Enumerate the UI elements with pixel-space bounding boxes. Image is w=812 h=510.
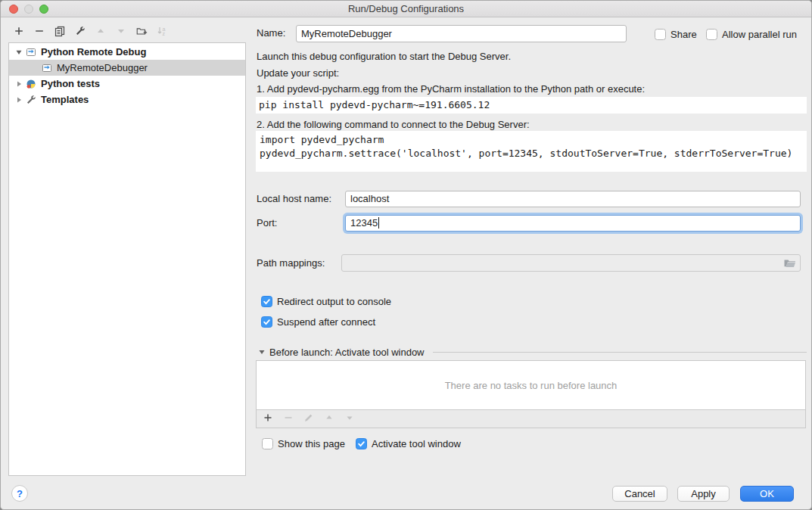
name-label: Name: [257,25,285,42]
instruction-step2: 2. Add the following command to connect … [257,119,530,130]
tree-item-label: Templates [41,94,89,105]
path-mappings-input[interactable] [341,254,801,272]
code-line-1: import pydevd_pycharm [260,133,803,147]
remote-debug-icon [41,62,53,74]
before-launch-task-list[interactable]: There are no tasks to run before launch [256,360,806,410]
remote-debug-icon [25,46,37,58]
share-checkbox-row[interactable]: Share [655,27,697,41]
tree-item-python-tests[interactable]: Python tests [9,76,245,92]
local-host-label: Local host name: [257,191,331,207]
chevron-expanded-icon[interactable] [14,48,23,57]
code-line-2: pydevd_pycharm.settrace('localhost', por… [260,147,803,160]
edit-pencil-icon[interactable] [303,412,314,425]
window-title: Run/Debug Configurations [1,1,811,17]
settrace-code-block[interactable]: import pydevd_pycharm pydevd_pycharm.set… [256,131,807,172]
chevron-collapsed-icon[interactable] [14,79,23,89]
pip-command-code[interactable]: pip install pydevd-pycharm~=191.6605.12 [256,97,807,114]
allow-parallel-run-checkbox[interactable] [706,29,717,40]
move-down-icon[interactable] [344,412,355,425]
before-launch-title: Before launch: Activate tool window [269,347,425,358]
before-launch-empty-message: There are no tasks to run before launch [445,380,618,391]
move-up-icon[interactable] [324,412,334,425]
tree-item-myremotedebugger[interactable]: MyRemoteDebugger [9,60,245,76]
port-input[interactable]: 12345 [345,215,801,232]
wrench-icon [25,94,37,106]
titlebar[interactable]: Run/Debug Configurations [1,1,811,17]
instruction-intro: Launch this debug configuration to start… [257,51,511,62]
redirect-output-label: Redirect output to console [277,296,391,307]
tree-item-templates[interactable]: Templates [9,92,245,107]
tree-item-python-remote-debug[interactable]: Python Remote Debug [9,44,245,60]
activate-tool-window-label: Activate tool window [372,438,461,449]
chevron-expanded-icon[interactable] [258,347,266,358]
redirect-output-row[interactable]: Redirect output to console [261,294,391,308]
svg-text:z: z [163,31,166,36]
share-checkbox[interactable] [655,29,666,40]
instruction-step1: 1. Add pydevd-pycharm.egg from the PyCha… [257,83,645,95]
move-down-icon[interactable] [115,24,127,38]
suspend-after-connect-label: Suspend after connect [277,316,375,328]
allow-parallel-run-label: Allow parallel run [722,29,797,40]
suspend-after-connect-row[interactable]: Suspend after connect [261,315,375,328]
share-label: Share [670,29,697,40]
text-caret [378,217,379,229]
ok-button[interactable]: OK [740,486,794,502]
local-host-input[interactable]: localhost [345,191,801,207]
suspend-after-connect-checkbox[interactable] [261,316,272,328]
apply-button[interactable]: Apply [677,486,730,502]
copy-icon[interactable] [54,24,66,38]
redirect-output-checkbox[interactable] [261,296,272,307]
before-launch-toolbar [256,410,806,428]
tree-item-label: Python Remote Debug [41,46,146,58]
configurations-tree: Python Remote Debug MyRemoteDebugger Pyt… [8,42,246,476]
remove-icon[interactable] [283,412,294,425]
instruction-update: Update your script: [257,67,339,79]
cancel-button[interactable]: Cancel [612,486,667,502]
help-button[interactable]: ? [11,485,28,502]
port-label: Port: [257,215,277,232]
configurations-toolbar: az [13,24,168,38]
sort-alphabetically-icon[interactable]: az [156,24,168,38]
edit-defaults-wrench-icon[interactable] [74,24,86,38]
add-icon[interactable] [263,412,273,425]
before-launch-header[interactable]: Before launch: Activate tool window [258,347,807,358]
activate-tool-window-row[interactable]: Activate tool window [356,437,461,450]
show-this-page-checkbox[interactable] [262,438,273,449]
question-mark-icon: ? [17,488,23,499]
new-folder-icon[interactable] [135,24,148,38]
tree-item-label: Python tests [41,78,100,89]
folder-icon[interactable] [783,257,796,272]
section-divider [433,352,807,353]
activate-tool-window-checkbox[interactable] [356,438,367,449]
allow-parallel-checkbox-row[interactable]: Allow parallel run [706,27,797,41]
python-tests-icon [25,78,37,90]
move-up-icon[interactable] [95,24,107,38]
name-input[interactable]: MyRemoteDebugger [296,25,627,42]
show-this-page-label: Show this page [278,438,345,449]
run-debug-configurations-dialog: Run/Debug Configurations az Python Remot… [0,0,812,510]
chevron-collapsed-icon[interactable] [14,95,23,104]
path-mappings-label: Path mappings: [257,255,325,272]
remove-icon[interactable] [33,24,45,38]
show-this-page-row[interactable]: Show this page [262,437,345,450]
add-icon[interactable] [13,24,25,38]
tree-item-label: MyRemoteDebugger [57,62,148,73]
